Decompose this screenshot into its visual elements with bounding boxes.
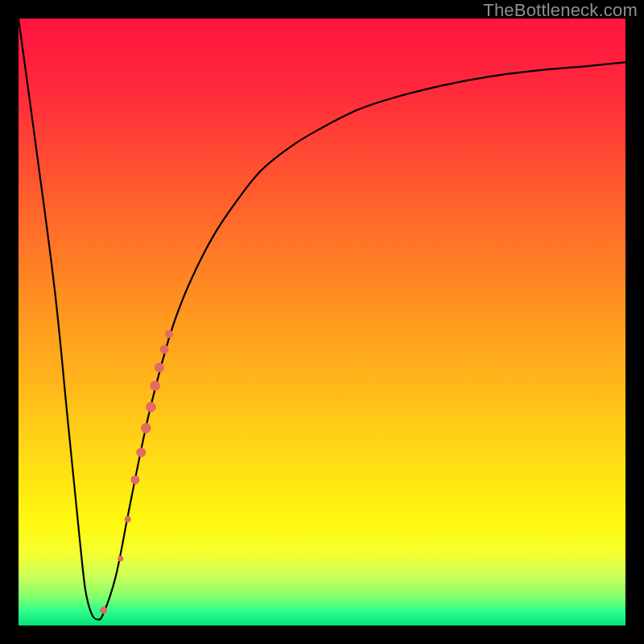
- data-marker: [165, 330, 173, 338]
- data-marker: [155, 363, 164, 373]
- data-marker: [146, 402, 156, 412]
- data-marker: [118, 556, 123, 562]
- bottleneck-curve: [19, 19, 625, 620]
- data-marker: [150, 381, 160, 391]
- curve-layer: [19, 19, 625, 625]
- chart-frame: TheBottleneck.com: [0, 0, 644, 644]
- data-marker: [136, 448, 146, 457]
- data-marker: [125, 516, 131, 522]
- watermark-text: TheBottleneck.com: [483, 0, 638, 21]
- data-marker: [100, 607, 107, 614]
- data-marker: [141, 423, 151, 434]
- data-marker: [160, 345, 169, 353]
- plot-area: [19, 19, 625, 625]
- data-marker: [130, 476, 139, 485]
